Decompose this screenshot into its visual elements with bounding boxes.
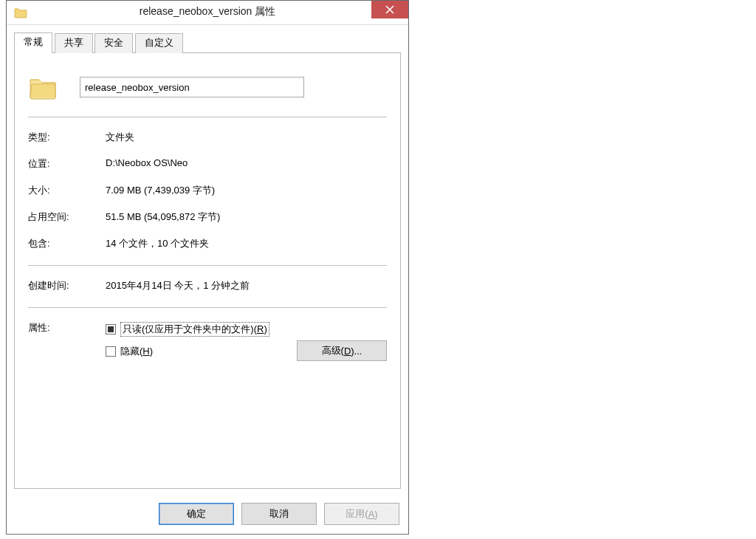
tab-strip: 常规 共享 安全 自定义 [14,32,401,53]
row-size-on-disk: 占用空间: 51.5 MB (54,095,872 字节) [28,210,387,224]
tab-general[interactable]: 常规 [14,32,52,53]
separator-3 [28,307,387,308]
size-label: 大小: [28,184,106,197]
hidden-label: 隐藏(H) [120,345,153,358]
properties-dialog: release_neobox_version 属性 常规 共享 安全 自定义 [6,0,409,535]
hidden-checkbox[interactable] [106,346,116,357]
location-value: D:\Neobox OS\Neo [106,157,387,171]
ondisk-value: 51.5 MB (54,095,872 字节) [106,210,387,224]
contains-value: 14 个文件，10 个文件夹 [106,237,387,250]
dialog-footer: 确定 取消 应用(A) [159,503,399,525]
tab-custom[interactable]: 自定义 [135,33,183,53]
close-icon [385,5,394,14]
folder-large-icon [28,72,58,102]
readonly-checkbox[interactable] [106,324,116,334]
contains-label: 包含: [28,237,106,250]
separator-2 [28,265,387,266]
cancel-button[interactable]: 取消 [241,503,317,525]
type-value: 文件夹 [106,131,387,144]
created-label: 创建时间: [28,279,106,292]
tab-share[interactable]: 共享 [55,33,93,53]
row-created: 创建时间: 2015年4月14日 今天，1 分钟之前 [28,279,387,292]
advanced-button[interactable]: 高级(D)... [297,340,387,361]
row-contains: 包含: 14 个文件，10 个文件夹 [28,237,387,250]
general-panel: 类型: 文件夹 位置: D:\Neobox OS\Neo 大小: 7.09 MB… [14,53,401,489]
tab-security[interactable]: 安全 [94,33,133,53]
window-title: release_neobox_version 属性 [7,5,408,18]
readonly-row[interactable]: 只读(仅应用于文件夹中的文件)(R) [106,321,387,337]
apply-button[interactable]: 应用(A) [324,503,399,525]
row-size: 大小: 7.09 MB (7,439,039 字节) [28,184,387,197]
folder-name-input[interactable] [80,77,304,97]
close-button[interactable] [371,1,408,18]
header-row [28,66,387,108]
ok-button[interactable]: 确定 [159,503,234,525]
titlebar[interactable]: release_neobox_version 属性 [7,1,408,25]
readonly-label: 只读(仅应用于文件夹中的文件)(R) [120,322,269,337]
ondisk-label: 占用空间: [28,210,106,224]
size-value: 7.09 MB (7,439,039 字节) [106,184,387,197]
attributes-block: 属性: 只读(仅应用于文件夹中的文件)(R) 隐藏(H) 高级(D)... [28,321,387,365]
created-value: 2015年4月14日 今天，1 分钟之前 [106,279,387,292]
separator-1 [28,117,387,117]
location-label: 位置: [28,157,106,171]
row-location: 位置: D:\Neobox OS\Neo [28,157,387,171]
row-type: 类型: 文件夹 [28,131,387,144]
type-label: 类型: [28,131,106,144]
attr-label: 属性: [28,321,106,365]
